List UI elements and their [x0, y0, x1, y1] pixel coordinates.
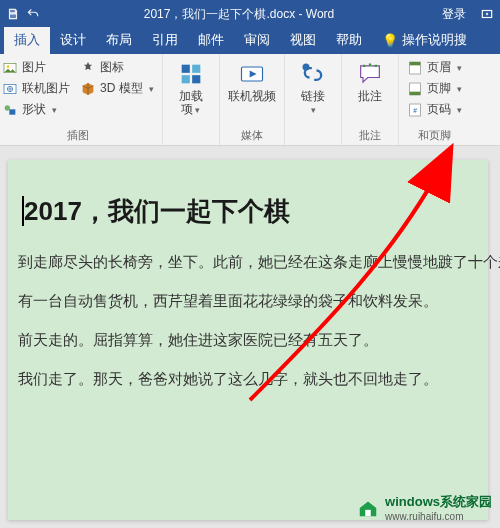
link-icon	[299, 60, 327, 88]
document-title[interactable]: 2017，我们一起下个棋	[18, 190, 488, 243]
tab-mailings[interactable]: 邮件	[188, 27, 234, 54]
tell-me-label: 操作说明搜	[402, 31, 467, 49]
save-icon[interactable]	[6, 7, 20, 21]
pictures-button[interactable]: 图片	[0, 58, 72, 77]
svg-rect-6	[9, 109, 15, 114]
watermark: windows系统家园 www.ruihaifu.com	[357, 493, 492, 522]
links-button[interactable]: 链接▾	[291, 58, 335, 117]
group-header-footer-label: 和页脚	[405, 127, 464, 145]
icons-button[interactable]: 图标	[78, 58, 156, 77]
chevron-down-icon: ▾	[457, 84, 462, 94]
svg-rect-9	[181, 75, 189, 83]
tab-review[interactable]: 审阅	[234, 27, 280, 54]
shapes-label: 形状	[22, 101, 46, 118]
addins-label-1: 加载	[179, 89, 203, 103]
group-comments: 批注 批注	[342, 54, 399, 145]
online-pictures-button[interactable]: 联机图片	[0, 79, 72, 98]
ribbon-display-icon[interactable]	[480, 7, 494, 21]
pictures-label: 图片	[22, 59, 46, 76]
tell-me[interactable]: 💡 操作说明搜	[372, 27, 477, 54]
chevron-down-icon: ▾	[311, 105, 316, 115]
svg-rect-8	[192, 65, 200, 73]
addins-button[interactable]: 加载项▾	[169, 58, 213, 117]
addins-icon	[177, 60, 205, 88]
group-addins-label	[169, 142, 213, 145]
footer-icon	[407, 81, 423, 97]
pictures-icon	[2, 60, 18, 76]
svg-rect-14	[409, 62, 420, 65]
window-title: 2017，我们一起下个棋.docx - Word	[48, 6, 430, 23]
tab-references[interactable]: 引用	[142, 27, 188, 54]
group-illustrations: 图片 联机图片 形状 ▾ 图标 3D 模	[0, 54, 163, 145]
svg-rect-7	[181, 65, 189, 73]
lightbulb-icon: 💡	[382, 33, 398, 48]
header-label: 页眉	[427, 59, 451, 76]
threeD-button[interactable]: 3D 模型 ▾	[78, 79, 156, 98]
undo-icon[interactable]	[26, 7, 40, 21]
video-icon	[238, 60, 266, 88]
icons-label: 图标	[100, 59, 124, 76]
tab-help[interactable]: 帮助	[326, 27, 372, 54]
online-pictures-label: 联机图片	[22, 80, 70, 97]
login-button[interactable]: 登录	[438, 6, 470, 23]
svg-text:#: #	[413, 107, 417, 114]
page-number-icon: #	[407, 102, 423, 118]
tab-design[interactable]: 设计	[50, 27, 96, 54]
chevron-down-icon: ▾	[149, 84, 154, 94]
group-addins: 加载项▾	[163, 54, 220, 145]
title-bar-right: 登录	[438, 6, 494, 23]
svg-point-12	[302, 64, 309, 71]
quick-access-toolbar	[6, 7, 40, 21]
header-button[interactable]: 页眉 ▾	[405, 58, 464, 77]
shapes-button[interactable]: 形状 ▾	[0, 100, 72, 119]
svg-rect-10	[192, 75, 200, 83]
group-comments-label: 批注	[348, 127, 392, 145]
document-area[interactable]: 2017，我们一起下个棋 到走廊尽头的长椅旁，坐下。此前，她已经在这条走廊上慢慢…	[0, 146, 500, 528]
group-links: 链接▾	[285, 54, 342, 145]
watermark-url: www.ruihaifu.com	[385, 511, 492, 522]
header-icon	[407, 60, 423, 76]
page-number-button[interactable]: # 页码 ▾	[405, 100, 464, 119]
chevron-down-icon: ▾	[52, 105, 57, 115]
title-bar: 2017，我们一起下个棋.docx - Word 登录	[0, 0, 500, 28]
svg-rect-16	[409, 91, 420, 94]
shapes-icon	[2, 102, 18, 118]
ribbon-tabs: 插入 设计 布局 引用 邮件 审阅 视图 帮助 💡 操作说明搜	[0, 28, 500, 54]
online-video-button[interactable]: 联机视频	[226, 58, 278, 103]
comment-icon	[356, 60, 384, 88]
group-illustrations-label: 插图	[0, 127, 156, 145]
links-label: 链接	[301, 89, 325, 103]
comment-button[interactable]: 批注	[348, 58, 392, 103]
group-media-label: 媒体	[226, 127, 278, 145]
group-header-footer: 页眉 ▾ 页脚 ▾ # 页码 ▾ 和页脚	[399, 54, 470, 145]
threeD-label: 3D 模型	[100, 80, 143, 97]
comment-label: 批注	[358, 90, 382, 103]
addins-label-2: 项	[181, 102, 193, 116]
svg-rect-19	[365, 509, 371, 515]
page[interactable]: 2017，我们一起下个棋 到走廊尽头的长椅旁，坐下。此前，她已经在这条走廊上慢慢…	[8, 160, 488, 520]
svg-point-5	[5, 105, 10, 110]
watermark-brand: windows系统家园	[385, 493, 492, 511]
cube-icon	[80, 81, 96, 97]
watermark-logo-icon	[357, 497, 379, 519]
paragraph[interactable]: 到走廊尽头的长椅旁，坐下。此前，她已经在这条走廊上慢慢地踱了十个来回。	[18, 243, 488, 282]
tab-layout[interactable]: 布局	[96, 27, 142, 54]
page-number-label: 页码	[427, 101, 451, 118]
online-video-label: 联机视频	[228, 90, 276, 103]
online-pictures-icon	[2, 81, 18, 97]
chevron-down-icon: ▾	[195, 105, 200, 115]
tab-view[interactable]: 视图	[280, 27, 326, 54]
chevron-down-icon: ▾	[457, 105, 462, 115]
paragraph[interactable]: 前天走的。屈指算算，她住进这家医院已经有五天了。	[18, 321, 488, 360]
ribbon: 图片 联机图片 形状 ▾ 图标 3D 模	[0, 54, 500, 146]
paragraph[interactable]: 有一台自动售货机，西芹望着里面花花绿绿的袋子和饮料发呆。	[18, 282, 488, 321]
icons-icon	[80, 60, 96, 76]
footer-button[interactable]: 页脚 ▾	[405, 79, 464, 98]
group-media: 联机视频 媒体	[220, 54, 285, 145]
footer-label: 页脚	[427, 80, 451, 97]
paragraph[interactable]: 我们走了。那天，爸爸对她说了这么几字，就头也不回地走了。	[18, 360, 488, 399]
group-links-label	[291, 142, 335, 145]
svg-point-2	[7, 65, 10, 68]
chevron-down-icon: ▾	[457, 63, 462, 73]
tab-insert[interactable]: 插入	[4, 27, 50, 54]
